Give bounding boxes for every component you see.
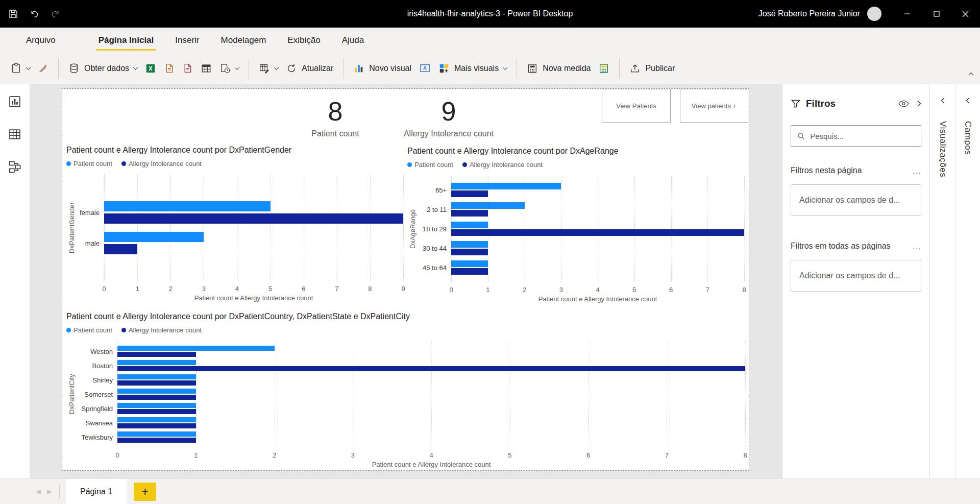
legend-item[interactable]: Allergy Intolerance count: [121, 160, 202, 167]
gridline: [403, 175, 404, 281]
bar[interactable]: [117, 395, 196, 400]
format-painter-button[interactable]: [38, 63, 48, 74]
x-tick-label: 8: [742, 286, 746, 294]
excel-workbook-button[interactable]: [145, 63, 156, 74]
publish-button[interactable]: Publicar: [629, 63, 675, 74]
bar-group: [451, 219, 744, 238]
x-tick-label: 7: [335, 285, 338, 293]
new-measure-button[interactable]: Nova medida: [527, 63, 591, 74]
transform-data-button[interactable]: [259, 63, 278, 74]
page-tab[interactable]: Página 1: [66, 479, 127, 504]
new-page-button[interactable]: +: [134, 483, 156, 501]
chart-patient-by-agerange[interactable]: Patient count e Allergy Intolerance coun…: [407, 146, 744, 305]
more-visuals-button[interactable]: Mais visuais: [438, 63, 507, 74]
bar[interactable]: [451, 249, 488, 255]
legend-item[interactable]: Allergy Intolerance count: [121, 326, 202, 334]
bar[interactable]: [104, 213, 403, 224]
expand-pane-chevron-right-icon[interactable]: [917, 101, 921, 107]
close-button[interactable]: [951, 0, 980, 28]
enter-data-button[interactable]: [201, 63, 212, 74]
tab-modelagem[interactable]: Modelagem: [210, 28, 277, 53]
bar[interactable]: [117, 352, 196, 357]
data-hub-button[interactable]: [164, 63, 175, 74]
recent-sources-button[interactable]: [219, 63, 239, 74]
tab-arquivo[interactable]: Arquivo: [15, 28, 66, 53]
bar[interactable]: [117, 403, 196, 408]
redo-icon[interactable]: [51, 9, 60, 19]
card-allergy-count[interactable]: 9 Allergy Intolerance count: [387, 97, 510, 139]
filters-search-input[interactable]: [810, 132, 915, 140]
chart-patient-by-city[interactable]: Patient count e Allergy Intolerance coun…: [66, 311, 745, 471]
tab-pagina-inicial[interactable]: Página Inicial: [88, 28, 165, 53]
more-options-icon[interactable]: ...: [913, 166, 921, 175]
data-view-button[interactable]: [8, 127, 22, 143]
minimize-button[interactable]: [893, 0, 922, 28]
chart-patient-by-gender[interactable]: Patient count e Allergy Intolerance coun…: [66, 145, 403, 304]
bar[interactable]: [451, 183, 561, 189]
bar[interactable]: [451, 268, 488, 275]
report-view-button[interactable]: [8, 94, 22, 111]
bar[interactable]: [117, 380, 196, 386]
next-page-arrow-icon[interactable]: ▶: [47, 488, 52, 495]
previous-page-arrow-icon[interactable]: ◀: [36, 488, 41, 495]
legend-item[interactable]: Allergy Intolerance count: [462, 161, 543, 169]
bar[interactable]: [451, 190, 488, 197]
collapse-ribbon-button[interactable]: [969, 69, 973, 79]
bar[interactable]: [451, 241, 488, 248]
x-tick-label: 1: [135, 285, 139, 293]
refresh-button[interactable]: Atualizar: [286, 63, 333, 74]
bar[interactable]: [117, 438, 196, 443]
bar[interactable]: [117, 409, 196, 414]
quick-measure-button[interactable]: [598, 63, 609, 74]
bar[interactable]: [117, 431, 196, 437]
bar[interactable]: [117, 346, 275, 351]
bar[interactable]: [117, 360, 196, 365]
more-options-icon[interactable]: ...: [913, 242, 921, 251]
bar[interactable]: [117, 374, 196, 379]
bar[interactable]: [104, 244, 137, 254]
tab-ajuda[interactable]: Ajuda: [331, 28, 375, 53]
bar[interactable]: [451, 210, 488, 217]
eye-icon[interactable]: [898, 100, 909, 107]
report-page[interactable]: 8 Patient count 9 Allergy Intolerance co…: [62, 88, 749, 471]
bar[interactable]: [117, 423, 196, 428]
get-data-button[interactable]: Obter dados: [68, 63, 137, 74]
tab-inserir[interactable]: Inserir: [164, 28, 210, 53]
sql-server-button[interactable]: [182, 63, 193, 74]
bar[interactable]: [104, 201, 271, 211]
undo-icon[interactable]: [30, 9, 39, 19]
visualizations-pane-label[interactable]: Visualizações: [938, 121, 948, 177]
bar[interactable]: [451, 222, 488, 228]
new-visual-button[interactable]: Novo visual: [353, 63, 411, 74]
text-box-button[interactable]: A: [419, 62, 431, 74]
fields-pane-label[interactable]: Campos: [963, 121, 973, 155]
expand-visualizations-chevron-left-icon[interactable]: [941, 98, 945, 104]
legend-label: Patient count: [74, 160, 112, 167]
legend-item[interactable]: Patient count: [407, 161, 453, 169]
view-patients-plus-button[interactable]: View patients +: [680, 89, 748, 123]
avatar[interactable]: [867, 7, 881, 21]
bar-group: [451, 258, 744, 277]
x-tick-label: 1: [194, 451, 198, 459]
account-user-name[interactable]: José Roberto Pereira Junior: [758, 9, 860, 18]
filters-page-dropzone[interactable]: Adicionar os campos de d...: [791, 184, 921, 216]
bar[interactable]: [117, 389, 196, 394]
bar[interactable]: [451, 202, 525, 209]
card-patient-count[interactable]: 8 Patient count: [287, 97, 384, 139]
bar[interactable]: [104, 232, 204, 242]
bar[interactable]: [451, 260, 488, 267]
save-icon[interactable]: [8, 9, 18, 19]
bar[interactable]: [117, 417, 196, 422]
maximize-button[interactable]: [922, 0, 951, 28]
paste-button[interactable]: [10, 62, 30, 74]
tab-exibicao[interactable]: Exibição: [277, 28, 331, 53]
model-view-button[interactable]: [8, 160, 22, 176]
legend-item[interactable]: Patient count: [66, 160, 112, 167]
filters-all-pages-dropzone[interactable]: Adicionar os campos de d...: [791, 260, 921, 292]
view-patients-button[interactable]: View Patients: [602, 89, 671, 123]
bar[interactable]: [117, 366, 745, 371]
expand-fields-chevron-left-icon[interactable]: [966, 98, 970, 104]
bar[interactable]: [451, 229, 744, 236]
legend-item[interactable]: Patient count: [66, 326, 112, 334]
filters-search-box[interactable]: [791, 125, 921, 147]
